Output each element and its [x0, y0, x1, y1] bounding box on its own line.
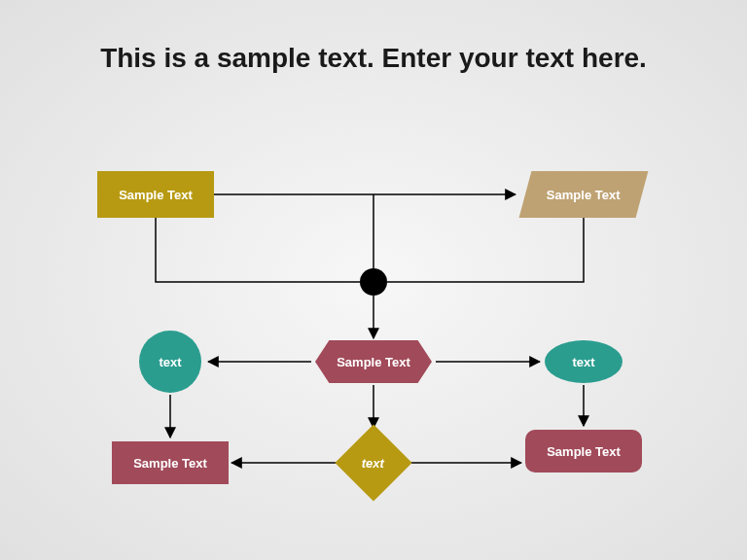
- node-label: text: [159, 355, 181, 369]
- flow-node-process-start: Sample Text: [97, 171, 214, 218]
- flow-node-decision: text: [346, 436, 401, 490]
- node-label: text: [362, 456, 384, 471]
- node-label: Sample Text: [133, 456, 207, 471]
- flow-junction-icon: [360, 268, 387, 296]
- node-label: Sample Text: [547, 444, 621, 459]
- node-label: Sample Text: [119, 188, 193, 202]
- flow-node-terminator: text: [545, 340, 622, 383]
- page-title: This is a sample text. Enter your text h…: [0, 43, 747, 74]
- node-label: text: [572, 355, 594, 369]
- slide-canvas: This is a sample text. Enter your text h…: [0, 0, 747, 560]
- flow-node-alt-process: Sample Text: [525, 430, 642, 472]
- flow-node-process-left: Sample Text: [112, 441, 229, 484]
- flow-node-preparation: Sample Text: [315, 340, 432, 383]
- node-label: Sample Text: [337, 355, 410, 369]
- flow-node-connector-circle: text: [139, 331, 201, 393]
- node-label: Sample Text: [547, 188, 621, 202]
- flow-node-data: Sample Text: [525, 171, 642, 218]
